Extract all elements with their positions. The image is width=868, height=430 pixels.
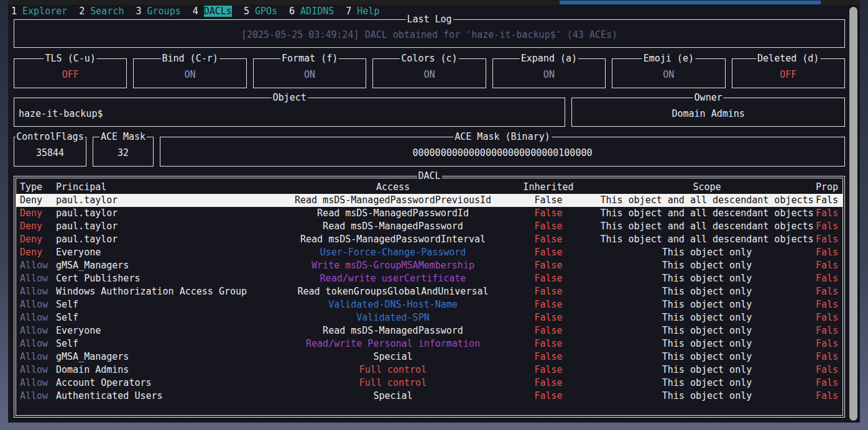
- cell-access: Special: [287, 390, 499, 403]
- column-header-5: Propa…: [816, 181, 839, 194]
- table-row[interactable]: AllowWindows Authorization Access GroupR…: [16, 285, 843, 298]
- cell-scope: This object only: [598, 311, 816, 324]
- cell-principal: gMSA_Managers: [56, 350, 287, 364]
- table-row[interactable]: AllowDomain AdminsFull controlFalseThis …: [16, 364, 843, 377]
- table-row[interactable]: AllowSelfRead/write Personal information…: [16, 337, 843, 350]
- toggle-title: Deleted (d): [756, 52, 820, 65]
- table-row[interactable]: AllowgMSA_ManagersSpecialFalseThis objec…: [16, 350, 843, 364]
- table-row[interactable]: AllowAuthenticated UsersSpecialFalseThis…: [16, 390, 843, 403]
- toggle-title: Expand (a): [520, 52, 578, 65]
- owner-panel: Owner Domain Admins: [571, 98, 845, 127]
- table-row[interactable]: AllowgMSA_ManagersWrite msDS-GroupMSAMem…: [16, 259, 843, 272]
- table-row[interactable]: Denypaul.taylorRead msDS-ManagedPassword…: [16, 233, 843, 246]
- cell-scope: This object only: [598, 364, 816, 377]
- cell-principal: Everyone: [56, 246, 287, 259]
- toggle-expand[interactable]: Expand (a)ON: [492, 58, 606, 88]
- table-row[interactable]: Denypaul.taylorRead msDS-ManagedPassword…: [16, 220, 843, 233]
- cell-inherited: False: [499, 298, 598, 311]
- vertical-scrollbar[interactable]: [848, 5, 859, 423]
- toggle-title: Colors (c): [400, 52, 458, 65]
- dacl-table: TypePrincipalAccessInheritedScopePropa… …: [16, 178, 843, 416]
- tab-adidns[interactable]: 6ADIDNS: [289, 5, 334, 18]
- cell-type: Allow: [20, 298, 56, 311]
- cell-inherited: False: [499, 272, 598, 285]
- cell-type: Allow: [20, 259, 56, 272]
- toggle-tls[interactable]: TLS (C-u)OFF: [14, 58, 127, 88]
- tab-help[interactable]: 7Help: [346, 5, 379, 18]
- scrollbar-thumb[interactable]: [849, 7, 857, 421]
- tab-dacls[interactable]: 4DACLs: [193, 5, 232, 18]
- main-content: Last Log [2025-05-25 03:49:24] DACL obta…: [8, 19, 860, 418]
- cell-principal: paul.taylor: [56, 207, 287, 220]
- table-row[interactable]: Denypaul.taylorRead msDS-ManagedPassword…: [16, 207, 843, 220]
- tab-gpos[interactable]: 5GPOs: [244, 5, 277, 18]
- tab-explorer[interactable]: 1Explorer: [11, 5, 67, 18]
- cell-principal: gMSA_Managers: [56, 259, 287, 272]
- cell-type: Allow: [20, 364, 56, 377]
- cell-type: Deny: [20, 207, 56, 220]
- cell-principal: Windows Authorization Access Group: [56, 285, 287, 298]
- cell-access: Full control: [287, 377, 499, 390]
- tab-number: 3: [136, 6, 142, 17]
- tab-label: Explorer: [22, 6, 67, 17]
- cell-access: Read/write Personal information: [287, 337, 499, 350]
- column-header-0: Type: [20, 181, 56, 194]
- cell-type: Allow: [20, 377, 56, 390]
- ace-mask-binary-title: ACE Mask (Binary): [453, 130, 552, 144]
- terminal-window: 1Explorer2Search3Groups4DACLs5GPOs6ADIDN…: [8, 0, 860, 423]
- dacl-title: DACL: [417, 170, 441, 183]
- toggle-format[interactable]: Format (f)ON: [253, 58, 366, 88]
- table-row[interactable]: AllowSelfValidated-SPNFalseThis object o…: [16, 311, 843, 324]
- toggle-emoji[interactable]: Emoji (e)ON: [612, 58, 725, 88]
- cell-access: Full control: [287, 364, 499, 377]
- table-row[interactable]: Denypaul.taylorRead msDS-ManagedPassword…: [16, 194, 843, 207]
- tab-search[interactable]: 2Search: [79, 5, 124, 18]
- control-flags-title: ControlFlags: [15, 130, 85, 144]
- cell-access: Validated-DNS-Host-Name: [287, 298, 499, 311]
- table-row[interactable]: AllowAccount OperatorsFull controlFalseT…: [16, 377, 843, 390]
- flags-row: ControlFlags 35844 ACE Mask 32 ACE Mask …: [14, 137, 845, 167]
- cell-propagated: False: [816, 220, 839, 233]
- cell-propagated: False: [816, 364, 839, 377]
- toggle-deleted[interactable]: Deleted (d)OFF: [732, 58, 845, 88]
- column-header-4: Scope: [598, 181, 816, 194]
- column-header-3: Inherited: [499, 181, 598, 194]
- cell-propagated: False: [816, 337, 839, 350]
- cell-propagated: False: [816, 259, 839, 272]
- cell-type: Allow: [20, 324, 56, 337]
- column-header-2: Access: [287, 181, 499, 194]
- cell-propagated: False: [816, 194, 839, 207]
- cell-access: Read tokenGroupsGlobalAndUniversal: [287, 285, 499, 298]
- table-row[interactable]: DenyEveryoneUser-Force-Change-PasswordFa…: [16, 246, 843, 259]
- table-row[interactable]: AllowCert PublishersRead/write userCerti…: [16, 272, 843, 285]
- toggle-colors[interactable]: Colors (c)ON: [372, 58, 486, 88]
- cell-inherited: False: [499, 259, 598, 272]
- cell-scope: This object only: [598, 272, 816, 285]
- cell-type: Allow: [20, 337, 56, 350]
- tab-label: Search: [90, 6, 124, 17]
- cell-principal: Authenticated Users: [56, 390, 287, 403]
- tab-label: DACLs: [204, 6, 232, 17]
- tab-label: Help: [357, 6, 379, 17]
- cell-propagated: False: [816, 207, 839, 220]
- toggle-title: Emoji (e): [642, 52, 695, 65]
- tab-label: ADIDNS: [300, 6, 334, 17]
- toggle-bind[interactable]: Bind (C-r)ON: [133, 58, 246, 88]
- cell-propagated: False: [816, 246, 839, 259]
- toggle-title: Format (f): [280, 52, 339, 65]
- tab-groups[interactable]: 3Groups: [136, 5, 181, 18]
- table-row[interactable]: AllowSelfValidated-DNS-Host-NameFalseThi…: [16, 298, 843, 311]
- object-title: Object: [272, 91, 308, 104]
- cell-scope: This object only: [598, 246, 816, 259]
- top-progress-bar: [560, 1, 821, 4]
- dacl-table-body: Denypaul.taylorRead msDS-ManagedPassword…: [16, 194, 843, 403]
- cell-inherited: False: [499, 285, 598, 298]
- cell-access: Read msDS-ManagedPasswordPreviousId: [287, 194, 499, 207]
- object-field[interactable]: Object haze-it-backup$: [14, 98, 565, 127]
- ace-mask-binary-panel: ACE Mask (Binary) 0000000000000000000000…: [160, 137, 845, 167]
- column-header-1: Principal: [56, 181, 287, 194]
- last-log-panel: Last Log [2025-05-25 03:49:24] DACL obta…: [14, 19, 845, 48]
- dacl-table-header: TypePrincipalAccessInheritedScopePropa…: [16, 181, 843, 194]
- table-row[interactable]: AllowEveryoneRead msDS-ManagedPasswordFa…: [16, 324, 843, 337]
- cell-scope: This object only: [598, 285, 816, 298]
